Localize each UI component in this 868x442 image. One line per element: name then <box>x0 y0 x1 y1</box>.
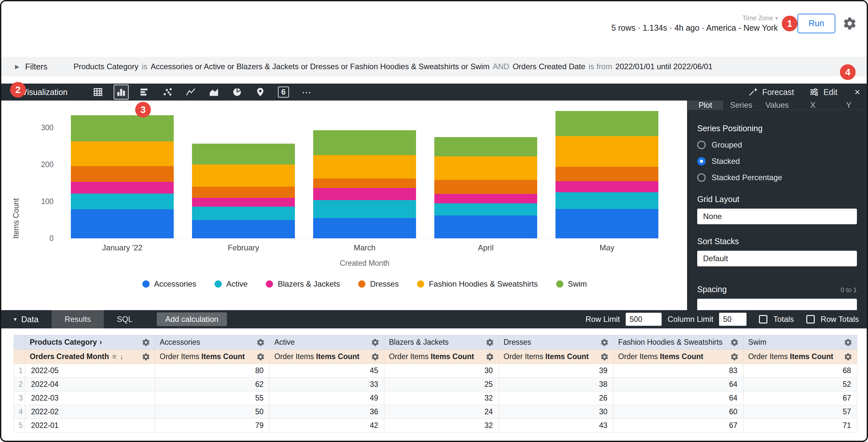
legend-item[interactable]: Fashion Hoodies & Sweatshirts <box>417 279 538 289</box>
bar-segment[interactable] <box>71 141 174 166</box>
time-zone-selector[interactable]: Time Zone ▾ <box>742 14 778 22</box>
legend-item[interactable]: Accessories <box>143 279 196 289</box>
gear-icon[interactable] <box>730 352 739 361</box>
expand-filters-icon[interactable]: ▶ <box>15 63 19 70</box>
filters-label[interactable]: Filters <box>25 62 48 71</box>
gear-icon[interactable] <box>486 338 494 347</box>
value-cell[interactable]: 30 <box>499 405 614 419</box>
bar-segment[interactable] <box>556 111 658 136</box>
run-button[interactable]: Run <box>798 14 835 33</box>
close-edit-panel-icon[interactable]: × <box>854 87 860 98</box>
bar-segment[interactable] <box>556 136 658 167</box>
data-label[interactable]: Data <box>21 315 38 324</box>
column-limit-input[interactable] <box>719 313 746 326</box>
value-cell[interactable]: 67 <box>614 419 744 433</box>
viz-type-column-icon[interactable] <box>114 85 129 100</box>
value-cell[interactable]: 26 <box>499 391 614 405</box>
value-cell[interactable]: 71 <box>744 419 857 433</box>
value-cell[interactable]: 39 <box>499 364 614 378</box>
viz-type-single-value-icon[interactable]: 6 <box>276 85 291 100</box>
viz-type-map-icon[interactable] <box>253 85 268 100</box>
add-calculation-button[interactable]: Add calculation <box>157 312 227 326</box>
bar-segment[interactable] <box>434 137 537 156</box>
bar-segment[interactable] <box>556 167 658 181</box>
measure-header-label[interactable]: Order Items Items Count <box>503 352 589 361</box>
pivot-value-header-label[interactable]: Accessories <box>160 338 200 347</box>
bar-segment[interactable] <box>313 179 416 188</box>
bar-segment[interactable] <box>556 181 658 192</box>
bar-segment[interactable] <box>434 194 537 203</box>
pivot-value-header-label[interactable]: Fashion Hoodies & Sweatshirts <box>618 338 723 347</box>
value-cell[interactable]: 80 <box>155 364 270 378</box>
viz-type-line-icon[interactable] <box>183 85 198 100</box>
value-cell[interactable]: 52 <box>744 378 857 391</box>
legend-item[interactable]: Blazers & Jackets <box>266 279 340 289</box>
measure-header-label[interactable]: Order Items Items Count <box>160 352 245 361</box>
gear-icon[interactable] <box>142 338 150 347</box>
bar-segment[interactable] <box>192 144 295 164</box>
measure-header-label[interactable]: Order Items Items Count <box>748 352 833 361</box>
gear-icon[interactable] <box>600 352 609 361</box>
gear-icon[interactable] <box>142 352 150 361</box>
spacing-input[interactable] <box>697 299 857 310</box>
bar-segment[interactable] <box>434 216 537 238</box>
pivot-value-header-label[interactable]: Blazers & Jackets <box>389 338 449 347</box>
gear-icon[interactable] <box>486 352 494 361</box>
visualization-label[interactable]: Visualization <box>22 88 68 97</box>
value-cell[interactable]: 67 <box>744 391 857 405</box>
collapse-data-icon[interactable]: ▾ <box>14 316 17 323</box>
gear-icon[interactable] <box>371 338 379 347</box>
value-cell[interactable]: 64 <box>614 378 744 391</box>
value-cell[interactable]: 43 <box>499 419 614 433</box>
data-tab-results[interactable]: Results <box>52 310 104 328</box>
dimension-cell[interactable]: 2022-02 <box>25 405 155 419</box>
totals-checkbox[interactable] <box>759 315 768 323</box>
bar-segment[interactable] <box>313 200 416 218</box>
value-cell[interactable]: 50 <box>155 405 270 419</box>
bar-segment[interactable] <box>434 180 537 194</box>
bar-segment[interactable] <box>556 192 658 209</box>
bar-segment[interactable] <box>71 166 174 182</box>
dimension-header-label[interactable]: Orders Created Month≡↓ <box>30 352 123 361</box>
bar-segment[interactable] <box>192 198 295 207</box>
stacked-bar-March[interactable] <box>313 130 416 238</box>
stacked-bar-January '22[interactable] <box>71 115 174 238</box>
value-cell[interactable]: 45 <box>270 364 384 378</box>
dimension-cell[interactable]: 2022-04 <box>25 378 155 391</box>
bar-segment[interactable] <box>192 164 295 187</box>
bar-segment[interactable] <box>556 209 658 238</box>
viz-type-table-icon[interactable] <box>90 85 105 100</box>
pivot-value-header-label[interactable]: Active <box>274 338 295 347</box>
edit-viz-button[interactable]: Edit <box>809 87 837 97</box>
gear-icon[interactable] <box>844 352 852 361</box>
stacked-bar-February[interactable] <box>192 144 295 238</box>
bar-segment[interactable] <box>71 182 174 194</box>
dimension-cell[interactable]: 2022-05 <box>25 364 155 378</box>
row-totals-checkbox[interactable] <box>806 315 815 323</box>
pivot-value-header-label[interactable]: Dresses <box>503 338 531 347</box>
legend-item[interactable]: Swim <box>556 279 587 289</box>
edit-tab-series[interactable]: Series <box>723 100 759 110</box>
viz-type-scatter-icon[interactable] <box>160 85 175 100</box>
bar-segment[interactable] <box>434 203 537 216</box>
value-cell[interactable]: 42 <box>270 419 384 433</box>
value-cell[interactable]: 32 <box>384 419 499 433</box>
value-cell[interactable]: 38 <box>499 378 614 391</box>
pivot-field-header-label[interactable]: Products Category› <box>30 338 102 347</box>
value-cell[interactable]: 57 <box>744 405 857 419</box>
bar-segment[interactable] <box>71 194 174 209</box>
bar-segment[interactable] <box>313 155 416 179</box>
radio-grouped[interactable]: Grouped <box>697 140 857 150</box>
bar-segment[interactable] <box>192 207 295 220</box>
viz-type-pie-icon[interactable] <box>229 85 245 100</box>
radio-stacked-percentage[interactable]: Stacked Percentage <box>697 173 857 182</box>
value-cell[interactable]: 79 <box>155 419 270 433</box>
value-cell[interactable]: 32 <box>384 391 499 405</box>
dimension-cell[interactable]: 2022-01 <box>25 419 155 433</box>
stacked-bar-April[interactable] <box>434 137 537 238</box>
pivot-value-header-label[interactable]: Swim <box>748 338 767 347</box>
row-limit-input[interactable] <box>626 313 661 326</box>
value-cell[interactable]: 25 <box>384 378 499 391</box>
stacked-bar-May[interactable] <box>556 111 658 238</box>
viz-more-types-icon[interactable]: ⋯ <box>299 85 314 100</box>
